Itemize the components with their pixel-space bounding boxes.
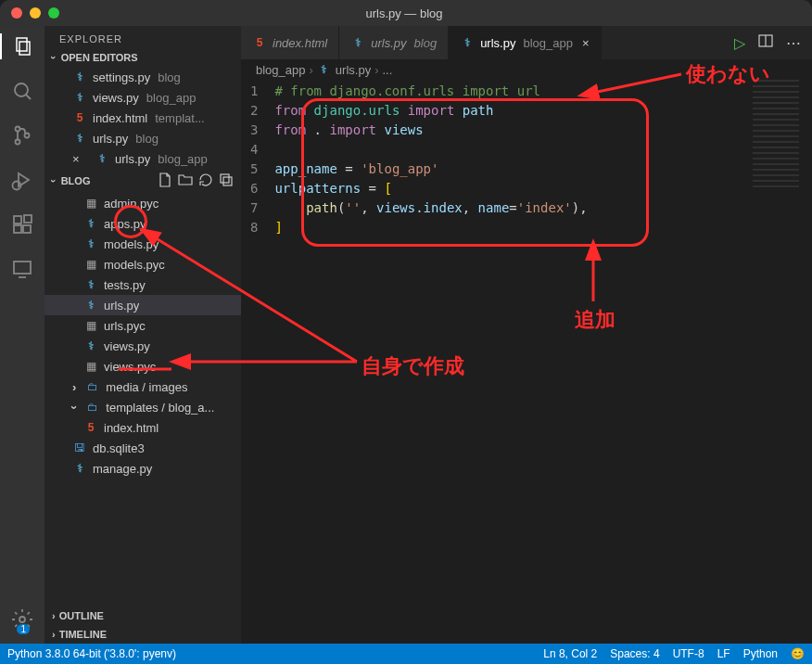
outline-header[interactable]: OUTLINE <box>44 607 241 625</box>
window-title: urls.py — blog <box>59 6 749 20</box>
svg-point-6 <box>25 134 30 138</box>
folder-icon: 🗀 <box>85 400 100 415</box>
activity-bar: 1 <box>0 26 44 644</box>
tree-item[interactable]: ⚕models.py <box>44 234 241 254</box>
close-icon[interactable]: × <box>72 152 85 166</box>
timeline-header[interactable]: TIMELINE <box>44 625 241 644</box>
status-cursor-pos[interactable]: Ln 8, Col 2 <box>543 647 597 660</box>
explorer-icon[interactable] <box>0 33 44 59</box>
svg-rect-16 <box>221 174 229 183</box>
svg-line-3 <box>26 95 31 99</box>
status-encoding[interactable]: UTF-8 <box>673 647 704 660</box>
open-editors-label: OPEN EDITORS <box>61 52 138 63</box>
tab-urls-blog[interactable]: ⚕urls.pyblog <box>339 26 449 59</box>
run-icon[interactable]: ▷ <box>734 34 745 52</box>
source-control-icon[interactable] <box>9 122 35 148</box>
new-folder-icon[interactable] <box>178 172 193 189</box>
folder-root-header[interactable]: BLOG <box>44 169 241 193</box>
open-editors-list: ⚕settings.pyblog ⚕views.pyblog_app 5inde… <box>44 67 241 169</box>
status-spaces[interactable]: Spaces: 4 <box>610 647 659 660</box>
line-numbers: 12345678 <box>241 82 274 237</box>
status-eol[interactable]: LF <box>717 647 730 660</box>
remote-icon[interactable] <box>9 256 35 282</box>
code-lines[interactable]: # from django.conf.urls import url from … <box>274 82 812 237</box>
open-editor-item[interactable]: ⚕views.pyblog_app <box>44 87 241 108</box>
html-icon: 5 <box>72 110 87 125</box>
tab-urls-blog-app[interactable]: ⚕urls.pyblog_app× <box>449 26 601 59</box>
open-editor-item[interactable]: ×⚕urls.pyblog_app <box>44 148 241 169</box>
tab-index-html[interactable]: 5index.html <box>241 26 339 59</box>
breadcrumb-seg[interactable]: urls.py <box>336 63 371 77</box>
python-icon: ⚕ <box>72 70 87 84</box>
open-editor-item[interactable]: 5index.htmltemplat... <box>44 108 241 128</box>
python-icon: ⚕ <box>83 277 98 292</box>
tree-item[interactable]: ⚕views.py <box>44 336 241 356</box>
tree-item[interactable]: ▦admin.pyc <box>44 193 241 213</box>
root-label: BLOG <box>61 175 91 186</box>
svg-point-5 <box>16 140 20 145</box>
tree-item[interactable]: ⚕apps.py <box>44 213 241 234</box>
status-lang[interactable]: Python <box>743 647 778 660</box>
settings-gear-icon[interactable]: 1 <box>9 607 35 632</box>
collapse-all-icon[interactable] <box>219 172 234 189</box>
html-icon: 5 <box>252 35 267 50</box>
tree-item[interactable]: ▦models.pyc <box>44 254 241 275</box>
split-editor-icon[interactable] <box>758 33 773 52</box>
svg-rect-9 <box>14 216 21 223</box>
settings-badge: 1 <box>17 624 30 634</box>
svg-rect-12 <box>24 215 32 223</box>
status-bar: Python 3.8.0 64-bit ('3.8.0': pyenv) Ln … <box>0 644 812 664</box>
svg-point-4 <box>16 127 20 132</box>
breadcrumb-seg[interactable]: blog_app <box>256 63 306 77</box>
tree-item[interactable]: ⚕manage.py <box>44 458 241 479</box>
file-tree: ▦admin.pyc ⚕apps.py ⚕models.py ▦models.p… <box>44 193 241 607</box>
tree-item[interactable]: ⚕tests.py <box>44 275 241 295</box>
more-actions-icon[interactable]: ⋯ <box>786 34 801 52</box>
tree-item[interactable]: 5index.html <box>44 417 241 438</box>
tree-item[interactable]: ▦urls.pyc <box>44 315 241 336</box>
status-interpreter[interactable]: Python 3.8.0 64-bit ('3.8.0': pyenv) <box>7 647 176 660</box>
pyc-icon: ▦ <box>83 359 98 374</box>
sidebar: EXPLORER OPEN EDITORS ⚕settings.pyblog ⚕… <box>44 26 241 644</box>
debug-icon[interactable] <box>9 167 35 193</box>
tree-folder[interactable]: 🗀templates / blog_a... <box>44 397 241 417</box>
open-editor-item[interactable]: ⚕settings.pyblog <box>44 67 241 87</box>
python-icon: ⚕ <box>83 236 98 251</box>
refresh-icon[interactable] <box>198 172 213 189</box>
python-icon: ⚕ <box>72 90 87 105</box>
sidebar-title: EXPLORER <box>44 26 241 48</box>
tree-item[interactable]: 🖫db.sqlite3 <box>44 438 241 458</box>
open-editors-header[interactable]: OPEN EDITORS <box>44 48 241 67</box>
svg-rect-0 <box>17 38 27 51</box>
folder-icon: 🗀 <box>85 379 100 394</box>
pyc-icon: ▦ <box>83 257 98 272</box>
breadcrumb-seg[interactable]: ... <box>382 63 392 77</box>
minimap[interactable] <box>753 80 799 191</box>
database-icon: 🖫 <box>72 441 87 455</box>
tree-item-active[interactable]: ⚕urls.py <box>44 295 241 315</box>
python-icon: ⚕ <box>72 131 87 146</box>
close-icon[interactable]: × <box>582 36 590 50</box>
tabs: 5index.html ⚕urls.pyblog ⚕urls.pyblog_ap… <box>241 26 812 59</box>
python-icon: ⚕ <box>317 62 332 77</box>
tree-folder[interactable]: 🗀media / images <box>44 377 241 397</box>
titlebar: urls.py — blog <box>0 0 812 26</box>
minimize-window-button[interactable] <box>30 7 41 19</box>
svg-rect-13 <box>14 262 31 274</box>
search-icon[interactable] <box>9 78 35 104</box>
svg-rect-11 <box>23 225 31 233</box>
traffic-lights <box>11 7 59 19</box>
extensions-icon[interactable] <box>9 211 35 237</box>
python-icon: ⚕ <box>460 35 475 50</box>
new-file-icon[interactable] <box>158 172 172 189</box>
breadcrumb[interactable]: blog_app› ⚕urls.py› ... <box>241 59 812 80</box>
open-editor-item[interactable]: ⚕urls.pyblog <box>44 128 241 148</box>
svg-point-2 <box>15 83 28 96</box>
tree-item[interactable]: ▦views.pyc <box>44 356 241 377</box>
code-editor[interactable]: 12345678 # from django.conf.urls import … <box>241 80 812 237</box>
html-icon: 5 <box>83 420 98 435</box>
status-feedback-icon[interactable]: 😊 <box>791 647 805 660</box>
maximize-window-button[interactable] <box>48 7 59 19</box>
pyc-icon: ▦ <box>83 318 98 333</box>
close-window-button[interactable] <box>11 7 22 19</box>
